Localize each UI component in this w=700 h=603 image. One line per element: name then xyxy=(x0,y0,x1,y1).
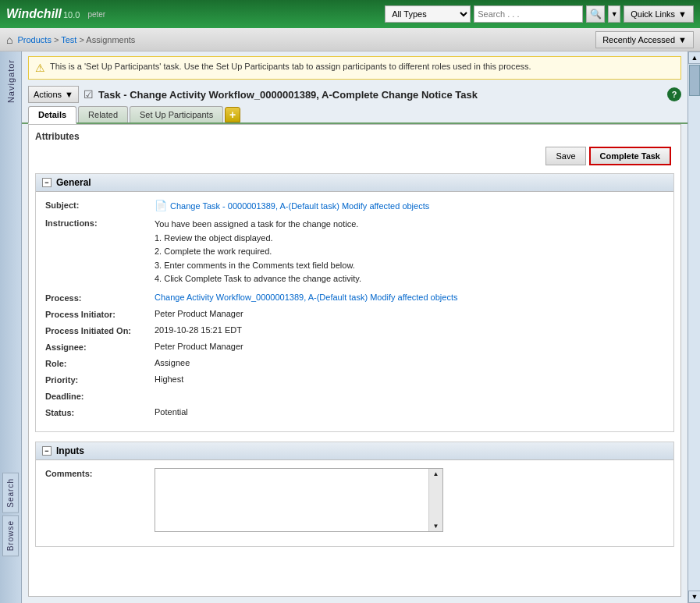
app-logo: Windchill 10.0 xyxy=(6,7,80,21)
browse-side-tab[interactable]: Browse xyxy=(2,515,19,556)
tab-related[interactable]: Related xyxy=(78,106,128,122)
button-row: Save Complete Task xyxy=(35,147,674,165)
navigator-label: Navigator xyxy=(6,59,16,103)
complete-task-button[interactable]: Complete Task xyxy=(589,147,671,165)
task-header: Actions ▼ ☑ Task - Change Activity Workf… xyxy=(22,83,688,106)
app-version: 10.0 xyxy=(63,10,80,20)
subject-row: Subject: 📄 Change Task - 0000001389, A-(… xyxy=(45,200,664,211)
tab-details[interactable]: Details xyxy=(28,106,76,124)
textarea-scroll-down[interactable]: ▼ xyxy=(429,523,442,531)
comments-textarea[interactable] xyxy=(155,469,428,531)
warning-banner: ⚠ This is a 'Set Up Participants' task. … xyxy=(28,56,681,80)
attributes-label: Attributes xyxy=(35,131,674,142)
scroll-down-arrow[interactable]: ▼ xyxy=(688,591,700,603)
recently-accessed-button[interactable]: Recently Accessed ▼ xyxy=(595,31,694,48)
process-row: Process: Change Activity Workflow_000000… xyxy=(45,293,664,303)
comments-row: Comments: ▲ ▼ xyxy=(45,468,664,532)
search-dropdown-button[interactable]: ▼ xyxy=(608,5,620,23)
inputs-section-body: Comments: ▲ ▼ xyxy=(36,460,673,546)
side-tabs: Search Browse xyxy=(2,473,19,556)
priority-row: Priority: Highest xyxy=(45,374,664,385)
priority-value: Highest xyxy=(155,374,664,384)
right-scrollbar[interactable]: ▲ ▼ xyxy=(688,51,700,603)
priority-label: Priority: xyxy=(45,374,155,385)
subject-label: Subject: xyxy=(45,200,155,210)
deadline-label: Deadline: xyxy=(45,391,155,401)
deadline-row: Deadline: xyxy=(45,391,664,401)
nav-strip: Navigator Search Browse xyxy=(0,51,22,603)
role-value: Assignee xyxy=(155,358,664,367)
instructions-value: You have been assigned a task for the ch… xyxy=(155,218,664,286)
process-initiated-on-value: 2019-10-28 15:21 EDT xyxy=(155,325,664,335)
nav-bar: ⌂ Products > Test > Assignments Recently… xyxy=(0,28,700,51)
type-select[interactable]: All Types xyxy=(385,5,471,23)
breadcrumb-test[interactable]: Test xyxy=(61,35,76,44)
general-section-body: Subject: 📄 Change Task - 0000001389, A-(… xyxy=(36,192,673,431)
home-icon[interactable]: ⌂ xyxy=(6,34,12,46)
assignee-value: Peter Product Manager xyxy=(155,342,664,351)
comments-label: Comments: xyxy=(45,468,155,478)
process-initiator-label: Process Initiator: xyxy=(45,309,155,319)
scroll-track xyxy=(688,64,700,591)
general-section: − General Subject: 📄 Change Task - 00000… xyxy=(35,173,674,432)
task-title: Task - Change Activity Workflow_00000013… xyxy=(98,89,478,101)
tab-add-button[interactable]: + xyxy=(225,107,240,122)
quick-links-button[interactable]: Quick Links ▼ xyxy=(624,5,694,23)
search-button[interactable]: 🔍 xyxy=(586,5,605,23)
tabs-row: Details Related Set Up Participants + xyxy=(22,106,688,124)
assignee-label: Assignee: xyxy=(45,342,155,352)
scroll-thumb[interactable] xyxy=(689,65,700,96)
help-icon[interactable]: ? xyxy=(667,87,681,101)
process-initiated-on-label: Process Initiated On: xyxy=(45,325,155,335)
main-layout: Navigator Search Browse ⚠ This is a 'Set… xyxy=(0,51,700,603)
subject-link[interactable]: 📄 Change Task - 0000001389, A-(Default t… xyxy=(155,200,664,211)
general-section-title: General xyxy=(56,177,91,188)
general-section-header: − General xyxy=(36,174,673,192)
user-label: peter xyxy=(87,10,105,19)
inputs-section: − Inputs Comments: ▲ ▼ xyxy=(35,442,674,547)
process-initiator-value: Peter Product Manager xyxy=(155,309,664,318)
subject-value: 📄 Change Task - 0000001389, A-(Default t… xyxy=(155,200,664,211)
inputs-section-header: − Inputs xyxy=(36,442,673,460)
instructions-label: Instructions: xyxy=(45,218,155,228)
status-value: Potential xyxy=(155,407,664,417)
save-button[interactable]: Save xyxy=(545,147,585,165)
warning-text: This is a 'Set Up Participants' task. Us… xyxy=(50,62,531,71)
inputs-collapse-button[interactable]: − xyxy=(42,446,52,456)
inner-content[interactable]: Attributes Save Complete Task − General … xyxy=(28,124,681,597)
scroll-up-arrow[interactable]: ▲ xyxy=(688,51,700,64)
breadcrumb-assignments: Assignments xyxy=(86,35,135,44)
breadcrumb: Products > Test > Assignments xyxy=(17,35,135,44)
assignee-row: Assignee: Peter Product Manager xyxy=(45,342,664,352)
content-area: ⚠ This is a 'Set Up Participants' task. … xyxy=(22,51,688,603)
task-icon: ☑ xyxy=(84,88,94,101)
search-input[interactable] xyxy=(474,5,583,23)
role-label: Role: xyxy=(45,358,155,368)
role-row: Role: Assignee xyxy=(45,358,664,368)
tab-set-up-participants[interactable]: Set Up Participants xyxy=(130,106,223,122)
search-area: All Types 🔍 ▼ Quick Links ▼ xyxy=(385,5,694,23)
process-label: Process: xyxy=(45,293,155,303)
general-collapse-button[interactable]: − xyxy=(42,178,52,187)
inputs-section-title: Inputs xyxy=(56,445,84,456)
top-bar: Windchill 10.0 peter All Types 🔍 ▼ Quick… xyxy=(0,0,700,28)
textarea-scrollbar: ▲ ▼ xyxy=(428,469,442,531)
process-value: Change Activity Workflow_0000001389, A-(… xyxy=(155,293,664,302)
process-initiated-on-row: Process Initiated On: 2019-10-28 15:21 E… xyxy=(45,325,664,335)
warning-icon: ⚠ xyxy=(35,62,45,74)
comments-value: ▲ ▼ xyxy=(155,468,664,532)
status-row: Status: Potential xyxy=(45,407,664,417)
status-label: Status: xyxy=(45,407,155,417)
search-side-tab[interactable]: Search xyxy=(2,473,19,513)
textarea-scroll-up[interactable]: ▲ xyxy=(429,469,442,477)
instructions-row: Instructions: You have been assigned a t… xyxy=(45,218,664,286)
comments-textarea-container: ▲ ▼ xyxy=(155,468,443,532)
process-initiator-row: Process Initiator: Peter Product Manager xyxy=(45,309,664,319)
breadcrumb-products[interactable]: Products xyxy=(17,35,51,44)
subject-doc-icon: 📄 xyxy=(155,200,167,211)
actions-button[interactable]: Actions ▼ xyxy=(28,86,79,103)
process-link[interactable]: Change Activity Workflow_0000001389, A-(… xyxy=(155,293,664,302)
app-name: Windchill xyxy=(6,7,62,21)
